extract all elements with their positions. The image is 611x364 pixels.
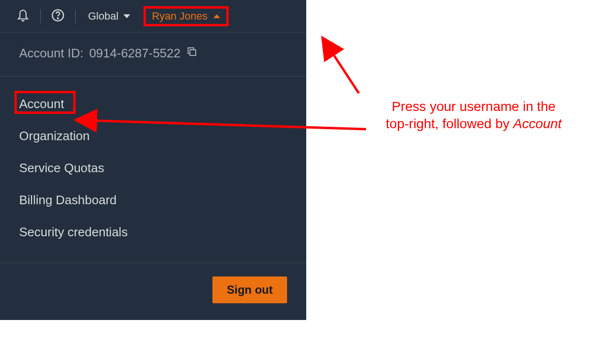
menu-item-organization[interactable]: Organization	[0, 120, 109, 152]
svg-point-1	[57, 18, 58, 19]
annotation-arrow-up-icon	[323, 43, 366, 98]
top-nav-bar: Global Ryan Jones	[0, 0, 306, 33]
username-menu-button[interactable]: Ryan Jones	[144, 7, 228, 25]
bell-icon	[17, 9, 29, 24]
help-button[interactable]	[44, 7, 71, 26]
menu-item-label: Billing Dashboard	[19, 193, 117, 207]
annotation-text: Press your username in the top-right, fo…	[368, 98, 579, 133]
menu-item-label: Organization	[19, 129, 89, 143]
caret-down-icon	[123, 14, 130, 18]
svg-rect-2	[190, 50, 196, 55]
sign-out-button[interactable]: Sign out	[212, 276, 287, 303]
caret-up-icon	[213, 14, 220, 18]
menu-item-label: Account	[19, 97, 64, 111]
menu-item-account[interactable]: Account	[0, 88, 83, 120]
menu-item-service-quotas[interactable]: Service Quotas	[0, 152, 123, 184]
nav-divider	[75, 9, 76, 23]
sign-out-label: Sign out	[227, 283, 273, 296]
region-selector[interactable]: Global	[79, 7, 139, 26]
account-id-value: 0914-6287-5522	[89, 46, 180, 61]
username-label: Ryan Jones	[152, 10, 208, 22]
annotation-line-2-prefix: top-right, followed by	[386, 116, 513, 131]
annotation-line-1: Press your username in the	[392, 99, 555, 114]
menu-item-security-credentials[interactable]: Security credentials	[0, 216, 147, 248]
aws-account-menu-panel: Global Ryan Jones Account ID: 0914-6287-…	[0, 0, 306, 320]
account-id-label: Account ID:	[19, 46, 83, 61]
annotation-line-2-emphasis: Account	[513, 116, 561, 131]
svg-line-4	[332, 52, 359, 93]
notifications-button[interactable]	[10, 7, 36, 26]
region-label: Global	[88, 10, 119, 22]
menu-item-billing-dashboard[interactable]: Billing Dashboard	[0, 184, 136, 216]
nav-divider	[40, 9, 41, 23]
menu-item-label: Service Quotas	[19, 161, 104, 175]
menu-item-label: Security credentials	[19, 225, 128, 239]
account-menu-list: Account Organization Service Quotas Bill…	[0, 77, 306, 263]
signout-row: Sign out	[0, 263, 306, 320]
account-id-row: Account ID: 0914-6287-5522	[0, 33, 306, 77]
copy-icon[interactable]	[186, 46, 198, 61]
help-icon	[51, 9, 65, 24]
